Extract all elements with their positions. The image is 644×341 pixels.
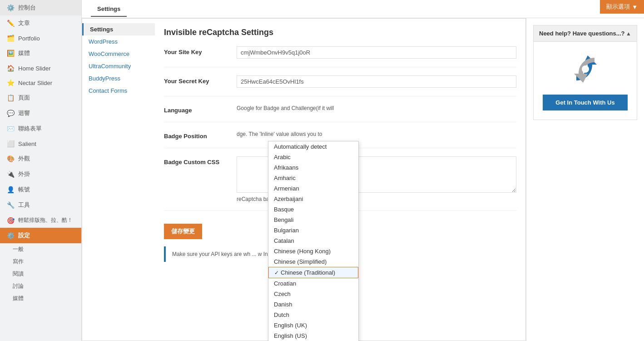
get-in-touch-button[interactable]: Get In Touch With Us [543,95,628,110]
sidebar-item-plugins[interactable]: 🔌 外掛 [0,166,81,182]
dropdown-item-zh-CN[interactable]: Chinese (Simplified) [268,256,358,267]
dropdown-item-ca[interactable]: Catalan [268,236,358,246]
sidebar-item-media[interactable]: 🖼️ 媒體 [0,45,81,61]
sidebar-sub-item-writing[interactable]: 寫作 [0,256,81,268]
sub-nav-wordpress[interactable]: WordPress [82,35,155,48]
sidebar-item-salient[interactable]: ⬜ Salient [0,136,81,151]
dropdown-item-bg[interactable]: Bulgarian [268,225,358,236]
dropdown-item-label: Bulgarian [274,227,299,234]
dropdown-item-da[interactable]: Danish [268,299,358,310]
sidebar-item-tools[interactable]: 🔧 工具 [0,197,81,213]
badge-css-label: Badge Custom CSS [164,156,237,165]
dropdown-item-cs[interactable]: Czech [268,289,358,299]
sidebar-item-nectar-slider[interactable]: ⭐ Nectar Slider [0,75,81,90]
sidebar-item-posts[interactable]: ✏️ 文章 [0,15,81,31]
badge-position-control: dge. The 'Inline' value allows you to [237,130,516,137]
sidebar-item-pages[interactable]: 📋 頁面 [0,90,81,105]
save-button[interactable]: 儲存變更 [164,224,202,239]
badge-position-label: Badge Position [164,130,237,140]
posts-icon: ✏️ [6,20,15,27]
dropdown-item-label: Automatically detect [274,143,327,150]
sidebar-label-drag: 輕鬆排版拖、拉、酷！ [18,216,73,224]
sidebar-label-plugins: 外掛 [18,170,30,178]
sidebar-sub-item-discussion[interactable]: 討論 [0,280,81,292]
sidebar-sub-item-reading[interactable]: 閱讀 [0,268,81,280]
sidebar-label-pages: 頁面 [18,94,30,102]
sub-nav-buddypress[interactable]: BuddyPress [82,72,155,85]
dropdown-item-zh-TW[interactable]: ✓ Chinese (Traditional) [268,267,358,278]
dropdown-item-label: English (US) [274,332,307,339]
sidebar-label-posts: 文章 [18,19,30,27]
sub-nav-contact-forms[interactable]: Contact Forms [82,85,155,97]
pages-icon: 📋 [6,94,15,101]
settings-title: Invisible reCaptcha Settings [164,28,516,37]
sidebar-item-dashboard[interactable]: ⚙️ 控制台 [0,0,81,15]
checkmark-icon: ✓ [274,270,279,276]
site-key-label: Your Site Key [164,46,237,55]
dropdown-item-ar[interactable]: Arabic [268,152,358,162]
help-header-arrow-icon: ▲ [626,30,631,37]
dropdown-item-label: Bengali [274,216,293,223]
sidebar-sub-item-media[interactable]: 媒體 [0,292,81,305]
sidebar-label-media: 媒體 [18,49,30,57]
sidebar-item-appearance[interactable]: 🎨 外觀 [0,151,81,166]
dropdown-item-nl[interactable]: Dutch [268,310,358,320]
topbar: Settings [82,0,644,18]
language-label: Language [164,105,237,114]
sidebar-item-portfolio[interactable]: 🗂️ Portfolio [0,31,81,45]
sidebar-item-home-slider[interactable]: 🏠 Home Slider [0,61,81,75]
dropdown-item-label: Afrikaans [274,164,298,171]
dropdown-item-label: Chinese (Hong Kong) [274,248,331,255]
display-options-label: 顯示選項 [606,3,630,11]
sidebar-sub-label-reading: 閱讀 [13,270,24,278]
dropdown-item-bn[interactable]: Bengali [268,215,358,225]
sub-nav-woocommerce[interactable]: WooCommerce [82,48,155,60]
sidebar-label-portfolio: Portfolio [18,35,40,42]
sidebar-label-home-slider: Home Slider [18,65,51,72]
badge-css-label-text: Badge Custom CSS [164,159,219,165]
tools-icon: 🔧 [6,201,15,209]
secret-key-input[interactable] [237,75,516,88]
sidebar-sub-label-discussion: 討論 [13,282,24,290]
sidebar-item-drag[interactable]: 🎯 輕鬆排版拖、拉、酷！ [0,213,81,228]
dropdown-item-az[interactable]: Azerbaijani [268,194,358,204]
sidebar-label-comments: 迴響 [18,109,30,117]
dropdown-item-auto[interactable]: Automatically detect [268,141,358,152]
dropdown-item-zh-HK[interactable]: Chinese (Hong Kong) [268,246,358,256]
sub-nav-ultracommunity[interactable]: UltraCommunity [82,60,155,72]
dropdown-item-eu[interactable]: Basque [268,204,358,215]
save-button-label: 儲存變更 [171,228,195,235]
dropdown-item-am[interactable]: Amharic [268,173,358,183]
secret-key-control [237,75,516,88]
badge-description: dge. The 'Inline' value allows you to [237,131,322,137]
secret-key-label-text: Your Secret Key [164,78,209,85]
dropdown-item-en[interactable]: English (US) [268,331,358,341]
tab-settings[interactable]: Settings [91,2,127,17]
sidebar-label-account: 帳號 [18,186,30,194]
secret-key-row: Your Secret Key [164,75,516,96]
sub-nav-settings[interactable]: Settings [82,23,155,35]
drag-icon: 🎯 [6,217,15,224]
site-key-input[interactable] [237,46,516,59]
dropdown-item-en-GB[interactable]: English (UK) [268,320,358,331]
sub-nav-label-wordpress: WordPress [89,38,118,45]
plugins-icon: 🔌 [6,170,15,178]
dropdown-item-label: English (UK) [274,322,307,329]
sidebar-item-settings[interactable]: ⚙️ 設定 [0,228,81,243]
language-control: Google for Badge and Challenge(if it wil… [237,105,516,111]
appearance-icon: 🎨 [6,155,15,162]
info-note-text: Make sure your API keys are wh [172,251,250,257]
sidebar: ⚙️ 控制台 ✏️ 文章 🗂️ Portfolio 🖼️ 媒體 🏠 Home S… [0,0,82,341]
dropdown-item-af[interactable]: Afrikaans [268,162,358,173]
sidebar-sub-label-writing: 寫作 [13,258,24,266]
sidebar-item-account[interactable]: 👤 帳號 [0,182,81,197]
language-dropdown: Automatically detectArabicAfrikaansAmhar… [268,141,359,341]
display-options-button[interactable]: 顯示選項 ▼ [600,0,644,14]
help-header: Need help? Have questions...? ▲ [534,25,637,42]
dropdown-item-hr[interactable]: Croatian [268,278,358,289]
dropdown-item-hy[interactable]: Armenian [268,183,358,194]
dropdown-item-label: Croatian [274,280,296,287]
sidebar-item-comments[interactable]: 💬 迴響 [0,105,81,121]
sidebar-item-contact[interactable]: ✉️ 聯絡表單 [0,121,81,136]
sidebar-sub-item-general[interactable]: 一般 [0,243,81,256]
